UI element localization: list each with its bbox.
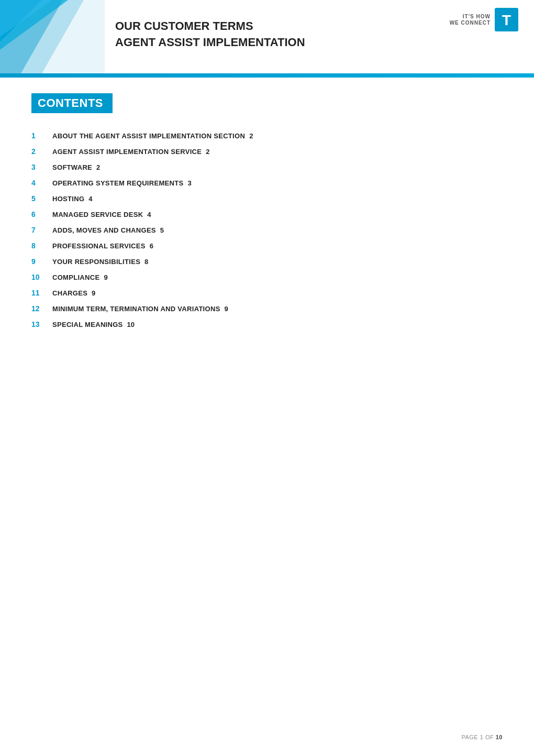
toc-item-number: 6: [31, 210, 52, 218]
toc-item: 1ABOUT THE AGENT ASSIST IMPLEMENTATION S…: [31, 132, 503, 140]
toc-item-label: MINIMUM TERM, TERMINATION AND VARIATIONS: [52, 305, 220, 313]
decorative-shape: [0, 0, 105, 73]
toc-item-number: 2: [31, 147, 52, 156]
toc-item: 5HOSTING4: [31, 194, 503, 203]
toc-item-page: 4: [88, 195, 92, 203]
toc-item-number: 9: [31, 257, 52, 266]
toc-item-number: 12: [31, 304, 52, 313]
toc-item-label: SPECIAL MEANINGS: [52, 321, 123, 328]
toc-item-number: 11: [31, 289, 52, 297]
toc-list: 1ABOUT THE AGENT ASSIST IMPLEMENTATION S…: [31, 132, 503, 328]
toc-item: 4OPERATING SYSTEM REQUIREMENTS3: [31, 179, 503, 187]
toc-item: 10COMPLIANCE9: [31, 273, 503, 281]
toc-item-label: CHARGES: [52, 289, 87, 297]
toc-item-page: 2: [249, 132, 253, 140]
toc-item-number: 7: [31, 226, 52, 234]
toc-item-label: ADDS, MOVES AND CHANGES: [52, 226, 156, 234]
blue-divider: [0, 73, 534, 78]
logo-text: IT'S HOW WE CONNECT: [450, 14, 491, 26]
toc-item-label: AGENT ASSIST IMPLEMENTATION SERVICE: [52, 148, 202, 156]
toc-item-page: 5: [160, 226, 164, 234]
svg-text:T: T: [502, 12, 511, 28]
toc-item-number: 13: [31, 320, 52, 328]
page-current: 1: [480, 734, 484, 740]
toc-item-label: ABOUT THE AGENT ASSIST IMPLEMENTATION SE…: [52, 132, 245, 140]
toc-item-number: 10: [31, 273, 52, 281]
toc-item: 7ADDS, MOVES AND CHANGES5: [31, 226, 503, 234]
toc-item-label: MANAGED SERVICE DESK: [52, 211, 143, 218]
toc-item-page: 4: [147, 211, 151, 218]
toc-item-page: 10: [127, 321, 135, 328]
toc-item-label: HOSTING: [52, 195, 84, 203]
toc-item-label: PROFESSIONAL SERVICES: [52, 242, 146, 250]
title-area: OUR CUSTOMER TERMS AGENT ASSIST IMPLEMEN…: [115, 18, 450, 51]
toc-item: 12MINIMUM TERM, TERMINATION AND VARIATIO…: [31, 304, 503, 313]
toc-item-label: YOUR RESPONSIBILITIES: [52, 258, 140, 266]
logo-we-connect: WE CONNECT: [450, 20, 491, 26]
page-of-label: OF: [485, 734, 494, 740]
telstra-logo-icon: T: [495, 8, 518, 31]
toc-item-label: OPERATING SYSTEM REQUIREMENTS: [52, 179, 183, 187]
toc-item: 8PROFESSIONAL SERVICES6: [31, 242, 503, 250]
toc-item: 9YOUR RESPONSIBILITIES8: [31, 257, 503, 266]
toc-item-page: 2: [206, 148, 209, 156]
contents-section: CONTENTS 1ABOUT THE AGENT ASSIST IMPLEME…: [0, 78, 534, 357]
contents-heading: CONTENTS: [38, 96, 103, 110]
document-title: OUR CUSTOMER TERMS AGENT ASSIST IMPLEMEN…: [115, 18, 450, 51]
page-label: PAGE: [461, 734, 478, 740]
toc-item-page: 9: [225, 305, 228, 313]
toc-item: 11CHARGES9: [31, 289, 503, 297]
toc-item-page: 8: [144, 258, 148, 266]
logo-area: IT'S HOW WE CONNECT T: [450, 8, 518, 31]
toc-item-page: 6: [150, 242, 153, 250]
toc-item-label: SOFTWARE: [52, 163, 92, 171]
toc-item-number: 3: [31, 163, 52, 171]
toc-item: 13SPECIAL MEANINGS10: [31, 320, 503, 328]
toc-item: 3SOFTWARE2: [31, 163, 503, 171]
toc-item: 2AGENT ASSIST IMPLEMENTATION SERVICE2: [31, 147, 503, 156]
toc-item-label: COMPLIANCE: [52, 273, 99, 281]
toc-item-number: 5: [31, 194, 52, 203]
toc-item-page: 9: [92, 289, 95, 297]
toc-item-page: 9: [104, 273, 107, 281]
toc-item-page: 3: [187, 179, 191, 187]
contents-header-block: CONTENTS: [31, 93, 113, 113]
toc-item: 6MANAGED SERVICE DESK4: [31, 210, 503, 218]
logo-its: IT'S HOW: [450, 14, 491, 20]
toc-item-page: 2: [96, 163, 100, 171]
page-footer: PAGE 1 OF 10: [461, 734, 503, 740]
toc-item-number: 8: [31, 242, 52, 250]
toc-item-number: 1: [31, 132, 52, 140]
page-total: 10: [496, 734, 503, 740]
toc-item-number: 4: [31, 179, 52, 187]
header: IT'S HOW WE CONNECT T OUR CUSTOMER TERMS…: [0, 0, 534, 73]
